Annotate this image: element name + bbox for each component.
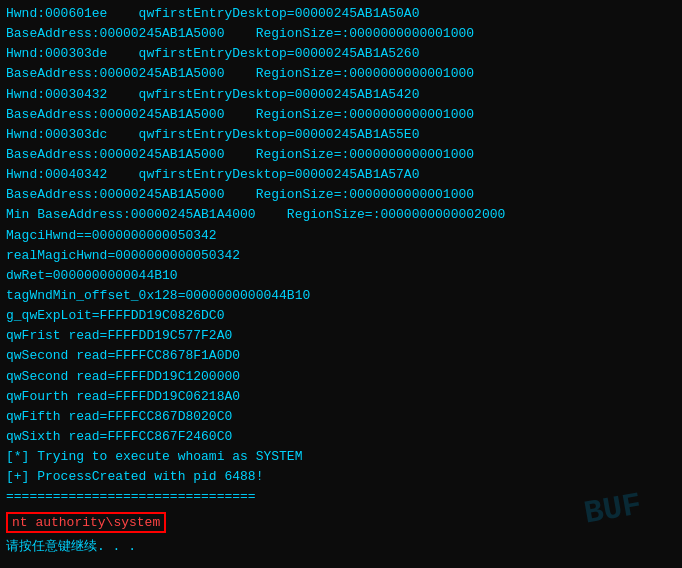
terminal-line: Min BaseAddress:00000245AB1A4000 RegionS… xyxy=(6,205,676,225)
terminal-line: Hwnd:000303de qwfirstEntryDesktop=000002… xyxy=(6,44,676,64)
terminal-line: BaseAddress:00000245AB1A5000 RegionSize=… xyxy=(6,105,676,125)
terminal-line: BaseAddress:00000245AB1A5000 RegionSize=… xyxy=(6,24,676,44)
terminal-line: BaseAddress:00000245AB1A5000 RegionSize=… xyxy=(6,64,676,84)
terminal-line: qwSixth read=FFFFCC867F2460C0 xyxy=(6,427,676,447)
system-user-highlight: nt authority\system xyxy=(6,512,166,533)
terminal-line: qwFrist read=FFFFDD19C577F2A0 xyxy=(6,326,676,346)
terminal-line: [*] Trying to execute whoami as SYSTEM xyxy=(6,447,676,467)
terminal-line: Hwnd:00040342 qwfirstEntryDesktop=000002… xyxy=(6,165,676,185)
terminal-line: MagciHwnd==0000000000050342 xyxy=(6,226,676,246)
terminal-line: BaseAddress:00000245AB1A5000 RegionSize=… xyxy=(6,185,676,205)
prompt-line: 请按任意键继续. . . xyxy=(6,537,676,557)
terminal-line: realMagicHwnd=0000000000050342 xyxy=(6,246,676,266)
terminal-line: dwRet=0000000000044B10 xyxy=(6,266,676,286)
terminal-line: tagWndMin_offset_0x128=0000000000044B10 xyxy=(6,286,676,306)
terminal-line: [+] ProcessCreated with pid 6488! xyxy=(6,467,676,487)
terminal-line: qwFifth read=FFFFCC867D8020C0 xyxy=(6,407,676,427)
terminal-window: Hwnd:000601ee qwfirstEntryDesktop=000002… xyxy=(0,0,682,568)
terminal-line: ================================ xyxy=(6,487,676,507)
terminal-line: qwSecond read=FFFFDD19C1200000 xyxy=(6,367,676,387)
terminal-line: qwSecond read=FFFFCC8678F1A0D0 xyxy=(6,346,676,366)
terminal-line: Hwnd:00030432 qwfirstEntryDesktop=000002… xyxy=(6,85,676,105)
terminal-line: BaseAddress:00000245AB1A5000 RegionSize=… xyxy=(6,145,676,165)
terminal-line: g_qwExpLoit=FFFFDD19C0826DC0 xyxy=(6,306,676,326)
terminal-line: Hwnd:000601ee qwfirstEntryDesktop=000002… xyxy=(6,4,676,24)
terminal-line: qwFourth read=FFFFDD19C06218A0 xyxy=(6,387,676,407)
terminal-line: Hwnd:000303dc qwfirstEntryDesktop=000002… xyxy=(6,125,676,145)
